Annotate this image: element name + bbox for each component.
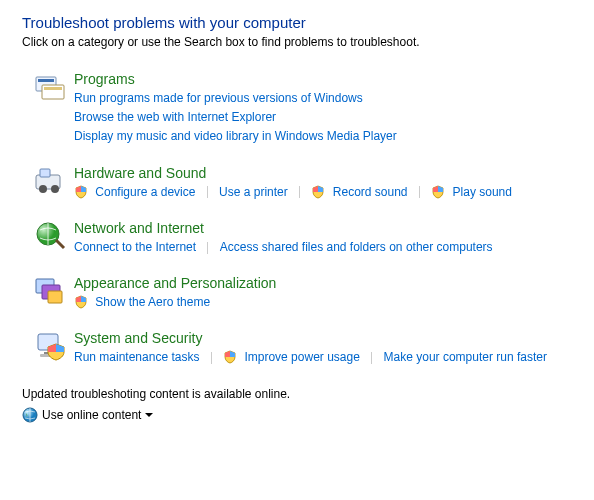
category-network-internet: Network and Internet Connect to the Inte… xyxy=(34,220,572,257)
separator xyxy=(419,186,420,198)
link-record-sound[interactable]: Record sound xyxy=(311,183,407,202)
page-title: Troubleshoot problems with your computer xyxy=(22,14,572,31)
category-hardware-sound: Hardware and Sound Configure a device Us… xyxy=(34,165,572,202)
system-security-icon xyxy=(34,330,66,362)
link-maintenance-tasks[interactable]: Run maintenance tasks xyxy=(74,348,199,367)
link-browse-ie[interactable]: Browse the web with Internet Explorer xyxy=(74,108,276,127)
page-subtitle: Click on a category or use the Search bo… xyxy=(22,35,572,49)
svg-rect-3 xyxy=(44,87,62,90)
svg-point-5 xyxy=(39,185,47,193)
link-run-faster[interactable]: Make your computer run faster xyxy=(384,348,547,367)
hardware-icon xyxy=(34,165,66,197)
category-appearance: Appearance and Personalization Show the … xyxy=(34,275,572,312)
category-title-network[interactable]: Network and Internet xyxy=(74,220,204,236)
globe-icon xyxy=(22,407,38,423)
network-icon xyxy=(34,220,66,252)
shield-icon xyxy=(74,295,88,309)
svg-point-6 xyxy=(51,185,59,193)
svg-rect-7 xyxy=(40,169,50,177)
shield-icon xyxy=(431,185,445,199)
svg-rect-1 xyxy=(38,79,54,82)
link-improve-power-usage[interactable]: Improve power usage xyxy=(223,348,360,367)
shield-icon xyxy=(311,185,325,199)
category-title-system[interactable]: System and Security xyxy=(74,330,202,346)
appearance-icon xyxy=(34,275,66,307)
category-title-appearance[interactable]: Appearance and Personalization xyxy=(74,275,276,291)
link-use-printer[interactable]: Use a printer xyxy=(219,183,288,202)
link-shared-files[interactable]: Access shared files and folders on other… xyxy=(220,238,493,257)
link-run-legacy-programs[interactable]: Run programs made for previous versions … xyxy=(74,89,363,108)
online-content-dropdown[interactable]: Use online content xyxy=(22,407,572,423)
shield-icon xyxy=(223,350,237,364)
shield-icon xyxy=(74,185,88,199)
link-configure-device[interactable]: Configure a device xyxy=(74,183,195,202)
chevron-down-icon xyxy=(145,413,153,417)
svg-rect-11 xyxy=(48,291,62,303)
link-wmp-library[interactable]: Display my music and video library in Wi… xyxy=(74,127,397,146)
separator xyxy=(371,352,372,364)
dropdown-label: Use online content xyxy=(42,408,141,422)
category-system-security: System and Security Run maintenance task… xyxy=(34,330,572,367)
separator xyxy=(299,186,300,198)
link-connect-internet[interactable]: Connect to the Internet xyxy=(74,238,196,257)
category-title-hardware[interactable]: Hardware and Sound xyxy=(74,165,206,181)
link-play-sound[interactable]: Play sound xyxy=(431,183,512,202)
separator xyxy=(207,186,208,198)
link-aero-theme[interactable]: Show the Aero theme xyxy=(74,293,210,312)
footer-status: Updated troubleshoting content is availa… xyxy=(22,387,572,401)
programs-icon xyxy=(34,71,66,103)
category-programs: Programs Run programs made for previous … xyxy=(34,71,572,147)
separator xyxy=(207,242,208,254)
category-list: Programs Run programs made for previous … xyxy=(22,71,572,367)
footer: Updated troubleshoting content is availa… xyxy=(22,387,572,423)
separator xyxy=(211,352,212,364)
category-title-programs[interactable]: Programs xyxy=(74,71,135,87)
